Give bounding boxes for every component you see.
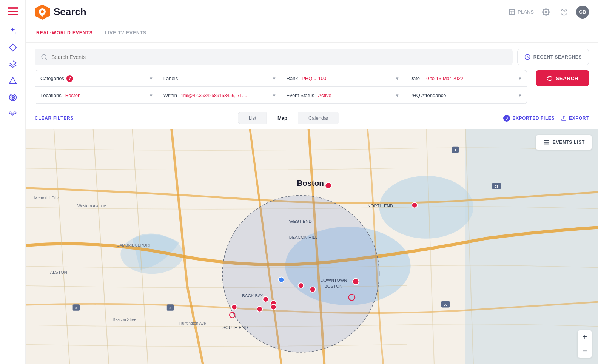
filter-within[interactable]: Within 1mi@42.35342589153456,-71.... ▾: [158, 87, 281, 104]
plans-link[interactable]: PLANS: [509, 9, 534, 15]
filter-event-status[interactable]: Event Status Active ▾: [281, 87, 404, 104]
clock-icon: [524, 54, 530, 60]
view-map-button[interactable]: Map: [267, 112, 298, 124]
filter-row-1: Categories 7 ▾ Labels ▾ Rank PHQ 0-100: [35, 70, 527, 87]
svg-text:90: 90: [444, 303, 447, 307]
zoom-out-button[interactable]: −: [578, 344, 592, 358]
svg-point-13: [545, 11, 547, 13]
help-icon: [560, 8, 568, 16]
svg-rect-23: [465, 129, 598, 364]
hamburger-menu[interactable]: [6, 5, 20, 18]
filter-categories[interactable]: Categories 7 ▾: [35, 70, 158, 87]
sidebar-icon-layers[interactable]: [6, 57, 20, 71]
zoom-in-button[interactable]: +: [578, 330, 592, 344]
search-button[interactable]: SEARCH: [536, 70, 589, 86]
app-title: Search: [54, 6, 86, 18]
svg-text:Memorial Drive: Memorial Drive: [34, 196, 61, 200]
svg-point-16: [42, 54, 46, 59]
svg-point-55: [349, 294, 355, 301]
header: Search PLANS: [26, 0, 598, 24]
action-bar: CLEAR FILTERS List Map Calendar 0 EXPORT…: [26, 107, 598, 129]
svg-text:3: 3: [75, 306, 77, 310]
svg-text:Boston: Boston: [297, 179, 324, 187]
svg-text:Western Avenue: Western Avenue: [77, 204, 106, 208]
svg-point-63: [231, 304, 237, 310]
sidebar-icon-wave[interactable]: [6, 107, 20, 121]
events-list-button[interactable]: EVENTS LIST: [536, 135, 592, 150]
svg-point-64: [230, 312, 235, 318]
sidebar-icon-sparkle[interactable]: [6, 24, 20, 38]
clear-filters-link[interactable]: CLEAR FILTERS: [35, 116, 74, 121]
filter-row-2: Locations Boston ▾ Within 1mi@42.3534258…: [35, 87, 527, 104]
filter-locations[interactable]: Locations Boston ▾: [35, 87, 158, 104]
sidebar-icon-diamond[interactable]: [6, 41, 20, 54]
search-button-icon: [547, 75, 553, 81]
svg-point-7: [12, 97, 14, 98]
svg-point-59: [263, 296, 268, 302]
svg-text:ALSTON: ALSTON: [50, 270, 67, 275]
sidebar-icon-chart[interactable]: [6, 74, 20, 88]
map-svg: 90 3 3 1 93 ALSTON CAMBRIDGEPORT Western…: [26, 129, 598, 364]
svg-point-61: [257, 306, 263, 312]
content-area: REAL-WORLD EVENTS LIVE TV EVENTS: [26, 24, 598, 364]
main-content: Search PLANS: [26, 0, 598, 364]
svg-point-62: [271, 304, 276, 310]
app-logo: Search: [35, 5, 86, 20]
svg-point-53: [412, 202, 418, 208]
search-icon: [41, 54, 48, 60]
svg-point-54: [353, 279, 359, 285]
filter-phq-attendance[interactable]: PHQ Attendance ▾: [404, 87, 527, 104]
zoom-controls: + −: [578, 330, 592, 358]
help-button[interactable]: [558, 6, 570, 18]
sidebar-icon-target[interactable]: [6, 91, 20, 104]
svg-text:Huntington Ave: Huntington Ave: [179, 321, 206, 325]
header-actions: PLANS CB: [509, 6, 589, 19]
view-calendar-button[interactable]: Calendar: [298, 112, 339, 124]
settings-button[interactable]: [540, 6, 552, 18]
filter-rank[interactable]: Rank PHQ 0-100 ▾: [281, 70, 404, 87]
map-container[interactable]: 90 3 3 1 93 ALSTON CAMBRIDGEPORT Western…: [26, 129, 598, 364]
export-button[interactable]: EXPORT: [561, 115, 589, 121]
svg-rect-10: [510, 9, 515, 15]
svg-point-9: [41, 10, 44, 13]
filter-date[interactable]: Date 10 to 13 Mar 2022 ▾: [404, 70, 527, 87]
svg-text:Beacon Street: Beacon Street: [113, 318, 138, 322]
logo-icon: [35, 5, 50, 20]
svg-point-52: [325, 182, 331, 189]
svg-point-15: [564, 13, 564, 14]
svg-line-17: [45, 58, 46, 59]
filter-bar: RECENT SEARCHES Categories 7 ▾: [26, 43, 598, 107]
filter-labels[interactable]: Labels ▾: [158, 70, 281, 87]
svg-marker-4: [9, 77, 16, 84]
svg-point-56: [279, 277, 284, 282]
settings-icon: [542, 8, 550, 16]
search-input-wrap[interactable]: [35, 49, 513, 65]
svg-marker-3: [9, 44, 16, 51]
tab-real-world[interactable]: REAL-WORLD EVENTS: [35, 24, 94, 42]
svg-point-57: [298, 283, 304, 288]
export-icon: [561, 115, 567, 121]
search-input[interactable]: [51, 54, 507, 60]
sidebar: [0, 0, 26, 364]
svg-point-51: [222, 196, 379, 352]
exported-files-button[interactable]: 0 EXPORTED FILES: [503, 115, 555, 122]
recent-searches-button[interactable]: RECENT SEARCHES: [517, 49, 589, 65]
export-area: 0 EXPORTED FILES EXPORT: [503, 115, 589, 122]
svg-text:3: 3: [170, 306, 171, 310]
list-icon: [543, 139, 550, 146]
filters-container: Categories 7 ▾ Labels ▾ Rank PHQ 0-100: [35, 70, 589, 104]
filters-grid: Categories 7 ▾ Labels ▾ Rank PHQ 0-100: [35, 70, 527, 104]
view-toggle: List Map Calendar: [238, 112, 339, 124]
view-list-button[interactable]: List: [238, 112, 267, 124]
search-row: RECENT SEARCHES: [35, 49, 589, 65]
tab-live-tv[interactable]: LIVE TV EVENTS: [103, 24, 148, 42]
svg-text:93: 93: [495, 185, 498, 188]
svg-text:NORTH END: NORTH END: [367, 204, 393, 208]
tabs-bar: REAL-WORLD EVENTS LIVE TV EVENTS: [26, 24, 598, 43]
svg-text:CAMBRIDGEPORT: CAMBRIDGEPORT: [117, 243, 151, 247]
svg-point-58: [310, 287, 316, 292]
svg-text:1: 1: [454, 148, 456, 152]
user-avatar[interactable]: CB: [576, 6, 589, 19]
plans-icon: [509, 9, 515, 15]
